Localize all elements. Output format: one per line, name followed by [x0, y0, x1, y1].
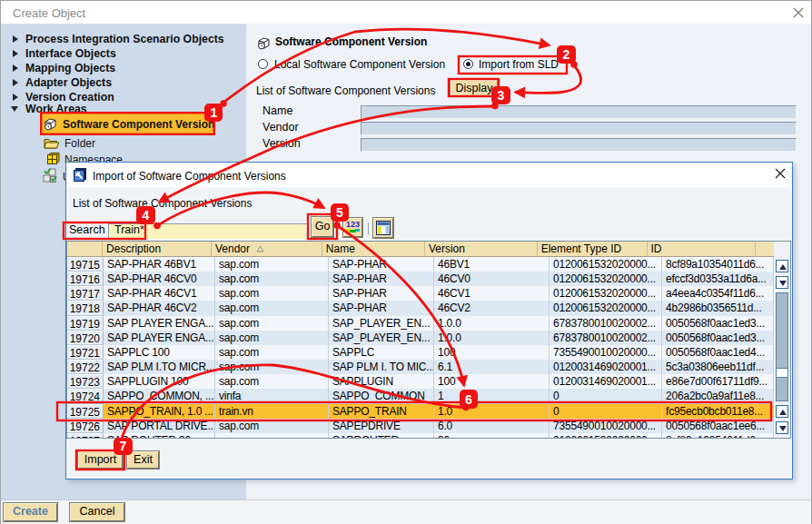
svg-text:123: 123: [346, 220, 360, 229]
